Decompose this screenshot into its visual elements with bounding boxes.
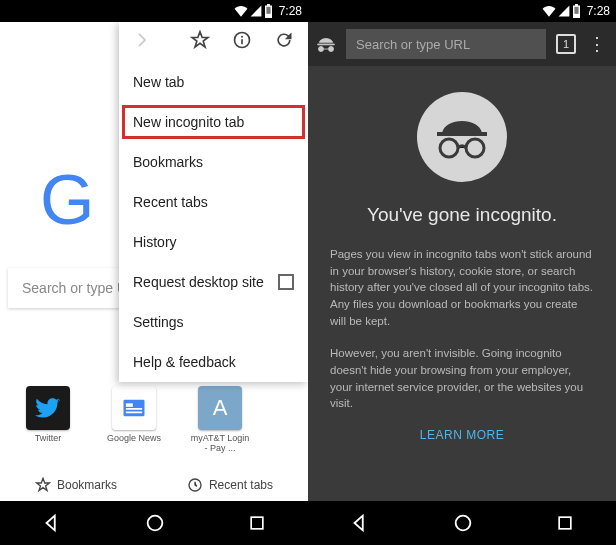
clock-text: 7:28 bbox=[587, 4, 610, 18]
nav-home-icon[interactable] bbox=[452, 512, 474, 534]
nav-home-icon[interactable] bbox=[144, 512, 166, 534]
screen-content-left: G Search or type U Twitter Google News A… bbox=[0, 22, 308, 501]
shortcuts-row: Twitter Google News A myAT&T Login - Pay… bbox=[18, 386, 250, 454]
shortcut-label: myAT&T Login - Pay ... bbox=[190, 434, 250, 454]
refresh-icon[interactable] bbox=[274, 30, 294, 54]
menu-help-feedback[interactable]: Help & feedback bbox=[119, 342, 308, 382]
nav-recent-icon[interactable] bbox=[555, 513, 575, 533]
bottom-links: Bookmarks Recent tabs bbox=[0, 477, 308, 493]
shortcut-google-news[interactable]: Google News bbox=[104, 386, 164, 454]
svg-point-15 bbox=[456, 516, 471, 531]
bottom-recent-tabs[interactable]: Recent tabs bbox=[187, 477, 273, 493]
url-input[interactable]: Search or type URL bbox=[346, 29, 546, 59]
incognito-hero-icon bbox=[417, 92, 507, 182]
shortcut-label: Google News bbox=[104, 434, 164, 444]
clock-text: 7:28 bbox=[279, 4, 302, 18]
learn-more-link[interactable]: LEARN MORE bbox=[330, 428, 594, 442]
shortcut-att[interactable]: A myAT&T Login - Pay ... bbox=[190, 386, 250, 454]
menu-recent-tabs[interactable]: Recent tabs bbox=[119, 182, 308, 222]
android-navbar bbox=[0, 501, 308, 545]
info-icon[interactable] bbox=[232, 30, 252, 54]
svg-rect-0 bbox=[266, 7, 270, 14]
clock-icon bbox=[187, 477, 203, 493]
menu-settings[interactable]: Settings bbox=[119, 302, 308, 342]
bottom-bookmarks[interactable]: Bookmarks bbox=[35, 477, 117, 493]
svg-rect-11 bbox=[574, 7, 578, 14]
svg-point-13 bbox=[440, 139, 458, 157]
svg-rect-2 bbox=[126, 403, 133, 407]
menu-history[interactable]: History bbox=[119, 222, 308, 262]
svg-point-14 bbox=[466, 139, 484, 157]
att-icon: A bbox=[198, 386, 242, 430]
battery-icon bbox=[572, 4, 581, 18]
screen-content-right: Search or type URL 1 ⋮ You've gone incog… bbox=[308, 22, 616, 501]
incognito-para-1: Pages you view in incognito tabs won't s… bbox=[330, 246, 594, 329]
status-bar: 7:28 bbox=[308, 0, 616, 22]
shortcut-twitter[interactable]: Twitter bbox=[18, 386, 78, 454]
google-logo: G bbox=[40, 160, 94, 240]
incognito-body: You've gone incognito. Pages you view in… bbox=[308, 66, 616, 442]
svg-point-7 bbox=[241, 36, 243, 38]
svg-rect-8 bbox=[241, 39, 243, 44]
shortcut-label: Twitter bbox=[18, 434, 78, 444]
svg-rect-4 bbox=[126, 412, 142, 414]
nav-recent-icon[interactable] bbox=[247, 513, 267, 533]
phone-right: 7:28 Search or type URL 1 ⋮ You've gone … bbox=[308, 0, 616, 545]
wifi-icon bbox=[234, 5, 248, 17]
nav-back-icon[interactable] bbox=[41, 512, 63, 534]
menu-bookmarks[interactable]: Bookmarks bbox=[119, 142, 308, 182]
signal-icon bbox=[250, 5, 262, 17]
android-navbar bbox=[308, 501, 616, 545]
signal-icon bbox=[558, 5, 570, 17]
svg-rect-12 bbox=[437, 132, 487, 136]
google-news-icon bbox=[120, 394, 148, 422]
incognito-toolbar: Search or type URL 1 ⋮ bbox=[308, 22, 616, 66]
tab-switcher[interactable]: 1 bbox=[556, 34, 576, 54]
status-bar: 7:28 bbox=[0, 0, 308, 22]
menu-icon-row bbox=[119, 22, 308, 62]
checkbox-icon[interactable] bbox=[278, 274, 294, 290]
menu-new-incognito-tab[interactable]: New incognito tab bbox=[119, 102, 308, 142]
svg-rect-10 bbox=[251, 517, 263, 529]
nav-back-icon[interactable] bbox=[349, 512, 371, 534]
svg-point-9 bbox=[148, 516, 163, 531]
twitter-icon bbox=[35, 395, 61, 421]
battery-icon bbox=[264, 4, 273, 18]
forward-icon[interactable] bbox=[133, 30, 153, 54]
menu-new-tab[interactable]: New tab bbox=[119, 62, 308, 102]
star-icon[interactable] bbox=[190, 30, 210, 54]
overflow-menu-icon[interactable]: ⋮ bbox=[586, 33, 608, 55]
incognito-icon bbox=[316, 34, 336, 54]
incognito-title: You've gone incognito. bbox=[330, 204, 594, 226]
wifi-icon bbox=[542, 5, 556, 17]
svg-rect-16 bbox=[559, 517, 571, 529]
overflow-menu: New tab New incognito tab Bookmarks Rece… bbox=[119, 22, 308, 382]
svg-rect-3 bbox=[126, 408, 142, 410]
phone-left: 7:28 G Search or type U Twitter Google N… bbox=[0, 0, 308, 545]
star-icon bbox=[35, 477, 51, 493]
incognito-para-2: However, you aren't invisible. Going inc… bbox=[330, 345, 594, 412]
menu-request-desktop[interactable]: Request desktop site bbox=[119, 262, 308, 302]
